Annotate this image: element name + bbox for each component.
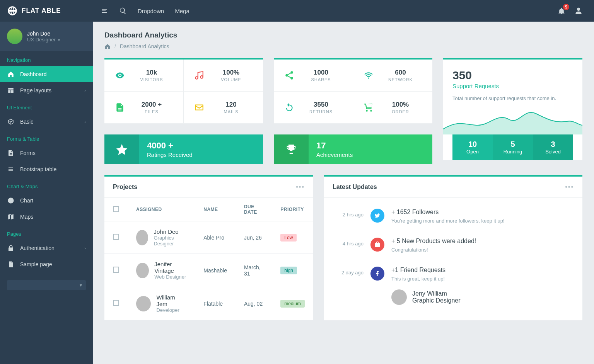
sidebar-item-sample-page[interactable]: Sample page — [0, 256, 93, 272]
sidebar-item-maps[interactable]: Maps — [0, 209, 93, 225]
stat-mails: 120MAILS — [184, 92, 263, 124]
search-icon[interactable] — [119, 7, 127, 15]
globe-icon — [7, 5, 18, 16]
fb-icon — [370, 267, 384, 281]
breadcrumb-separator: / — [114, 43, 116, 49]
stat-shares: 1000SHARES — [274, 60, 353, 92]
nav-header: Navigation — [0, 51, 93, 66]
avatar — [136, 296, 151, 311]
logo[interactable]: FLAT ABLE — [0, 5, 93, 16]
user-role: UX Designer ▾ — [27, 37, 60, 43]
cart-icon — [361, 102, 376, 112]
file-icon — [7, 150, 15, 156]
stat-volume: 100%VOLUME — [184, 60, 263, 92]
table-row[interactable]: Jenifer VintageWeb Designer MashableMarc… — [104, 254, 313, 287]
stat-files: 2000 +FILES — [104, 92, 184, 124]
tw-icon — [370, 209, 384, 223]
sidebar-item-label: Sample page — [20, 261, 52, 267]
support-desc: Total number of support requests that co… — [452, 95, 573, 101]
priority-tag: medium — [280, 300, 305, 308]
nav-dropdown[interactable]: Dropdown — [138, 8, 164, 14]
profile-button[interactable] — [575, 7, 582, 15]
layout-icon — [7, 87, 15, 94]
chevron-right-icon: › — [84, 88, 86, 93]
sidebar-item-basic[interactable]: Basic› — [0, 114, 93, 130]
sidebar-item-label: Forms — [20, 150, 36, 156]
mail-icon — [191, 102, 207, 112]
breadcrumb-current: Dashboard Analytics — [120, 43, 169, 49]
notifications-button[interactable]: 5 — [558, 7, 565, 15]
updates-title: Latest Updates — [333, 184, 377, 191]
music-icon — [191, 70, 207, 80]
stat-visitors: 10kVISITORS — [104, 60, 184, 92]
chevron-down-icon: ▾ — [80, 282, 82, 288]
stat-returns: 3550RETURNS — [274, 92, 353, 124]
nav-header: Chart & Maps — [0, 177, 93, 192]
support-label: Support Requests — [452, 83, 573, 89]
checkbox[interactable] — [113, 234, 119, 240]
card-menu-icon[interactable]: ••• — [565, 184, 574, 191]
projects-title: Projects — [113, 184, 137, 191]
stats-block-a: 10kVISITORS100%VOLUME2000 +FILES120MAILS — [104, 58, 263, 124]
sidebar-item-label: Authentication — [20, 245, 55, 251]
avatar — [391, 289, 407, 305]
support-tab-open[interactable]: 10Open — [452, 134, 493, 160]
sidebar-item-bootstrap-table[interactable]: Bootstrap table — [0, 161, 93, 177]
file-icon — [112, 102, 128, 112]
sidebar-item-label: Page layouts — [20, 87, 51, 94]
stat-order: 100%ORDER — [353, 92, 432, 124]
checkbox[interactable] — [113, 267, 119, 273]
sidebar-item-authentication[interactable]: Authentication› — [0, 240, 93, 256]
user-block[interactable]: John Doe UX Designer ▾ — [0, 22, 93, 51]
table-row[interactable]: William JemDeveloper FlatableAug, 02 med… — [104, 287, 313, 320]
main-content: Dashboard Analytics / Dashboard Analytic… — [93, 22, 594, 330]
checkbox-all[interactable] — [113, 206, 119, 212]
sidebar-item-label: Chart — [20, 197, 33, 204]
nav-header: Forms & Table — [0, 130, 93, 145]
bag-icon — [370, 238, 384, 252]
support-card: 350 Support Requests Total number of sup… — [443, 58, 582, 160]
undo-icon — [282, 102, 297, 112]
sidebar-item-forms[interactable]: Forms — [0, 145, 93, 161]
update-person[interactable]: Jeny WilliamGraphic Designer — [391, 289, 461, 305]
page-icon — [7, 261, 15, 268]
support-tab-solved[interactable]: 3Solved — [533, 134, 573, 160]
avatar — [136, 263, 149, 278]
table-row[interactable]: John DeoGraphics Designer Able ProJun, 2… — [104, 221, 313, 254]
breadcrumb: / Dashboard Analytics — [104, 43, 582, 49]
projects-table: ASSIGNED NAME DUE DATE PRIORITY John Deo… — [104, 198, 313, 320]
update-time: 2 hrs ago — [333, 209, 364, 224]
update-item: 2 day ago +1 Friend RequestsThis is grea… — [333, 260, 574, 312]
menu-toggle-icon[interactable] — [101, 7, 108, 15]
support-sparkline — [443, 106, 582, 134]
update-time: 2 day ago — [333, 267, 364, 305]
chevron-down-icon: ▾ — [57, 38, 60, 42]
update-item: 4 hrs ago + 5 New Products were added!Co… — [333, 231, 574, 260]
card-menu-icon[interactable]: ••• — [296, 184, 305, 191]
sidebar-item-chart[interactable]: Chart — [0, 192, 93, 209]
home-icon[interactable] — [104, 43, 111, 49]
sidebar-collapsed-item[interactable]: ▾ — [7, 280, 86, 290]
list-icon — [7, 166, 15, 173]
updates-card: Latest Updates ••• 2 hrs ago + 1652 Foll… — [324, 175, 582, 320]
lock-icon — [7, 245, 15, 252]
nav-mega[interactable]: Mega — [175, 8, 189, 14]
topbar: FLAT ABLE Dropdown Mega 5 — [0, 0, 594, 22]
cube-icon — [7, 118, 15, 125]
stats-block-b: 1000SHARES600NETWORK3550RETURNS100%ORDER — [274, 58, 432, 124]
chevron-right-icon: › — [84, 119, 86, 124]
support-tab-running[interactable]: 5Running — [493, 134, 533, 160]
highlight-achievements: 17Achievements — [274, 134, 432, 164]
user-name: John Doe — [27, 31, 60, 37]
map-icon — [7, 213, 15, 220]
chevron-right-icon: › — [84, 246, 86, 250]
sidebar-item-dashboard[interactable]: Dashboard — [0, 66, 93, 82]
sidebar-item-page-layouts[interactable]: Page layouts› — [0, 82, 93, 99]
projects-card: Projects ••• ASSIGNED NAME DUE DATE PRIO… — [104, 175, 313, 320]
sidebar-item-label: Maps — [20, 214, 33, 220]
notification-badge: 5 — [563, 4, 569, 10]
user-icon — [575, 7, 582, 15]
brand-text: FLAT ABLE — [22, 7, 61, 15]
priority-tag: Low — [280, 234, 297, 242]
checkbox[interactable] — [113, 300, 119, 306]
